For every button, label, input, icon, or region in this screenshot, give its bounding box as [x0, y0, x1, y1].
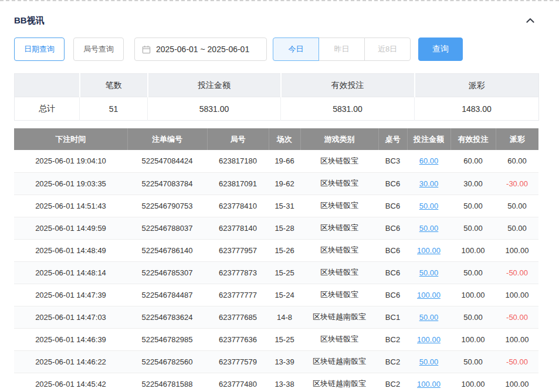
bet-amount-link[interactable]: 50.00	[419, 357, 439, 366]
cell-game-type: 区块链越南骰宝	[300, 306, 378, 328]
cell-payout: 100.00	[496, 284, 538, 306]
cell-table-no: BC6	[378, 284, 407, 306]
cell-round-no: 623777957	[207, 239, 269, 261]
cell-round-no: 623778140	[207, 217, 269, 239]
cell-bet-time: 2025-06-01 14:48:14	[14, 261, 127, 284]
bet-amount-link[interactable]: 100.00	[417, 380, 441, 388]
cell-valid-bet: 50.00	[450, 350, 496, 373]
cell-session: 19-66	[269, 150, 300, 172]
cell-bet-time: 2025-06-01 14:49:59	[14, 217, 127, 239]
bet-amount-link[interactable]: 30.00	[419, 179, 439, 188]
cell-game-type: 区块链骰宝	[300, 239, 378, 261]
cell-bet-time: 2025-06-01 14:48:49	[14, 239, 127, 261]
cell-valid-bet: 50.00	[450, 306, 496, 328]
cell-round-no: 623777685	[207, 306, 269, 328]
cell-table-no: BC6	[378, 261, 407, 284]
cell-payout: 100.00	[496, 239, 538, 261]
bet-amount-link[interactable]: 60.00	[419, 156, 439, 165]
date-query-button[interactable]: 日期查询	[14, 38, 65, 61]
quick-filter-group: 今日昨日近8日	[273, 38, 411, 61]
cell-valid-bet: 100.00	[450, 373, 496, 392]
cell-round-no: 623777873	[207, 261, 269, 284]
cell-bet-time: 2025-06-01 14:47:39	[14, 284, 127, 306]
cell-bet-time: 2025-06-01 14:51:43	[14, 195, 127, 217]
cell-round-no: 623817180	[207, 150, 269, 172]
cell-bet-time: 2025-06-01 14:45:42	[14, 373, 127, 392]
cell-session: 13-38	[269, 373, 300, 392]
cell-bet-time: 2025-06-01 19:04:10	[14, 150, 127, 172]
cell-valid-bet: 100.00	[450, 328, 496, 350]
cell-table-no: BC6	[378, 195, 407, 217]
cell-game-type: 区块链越南骰宝	[300, 350, 378, 373]
filter-bar: 日期查询 局号查询 2025-06-01 ~ 2025-06-01 今日昨日近8…	[14, 38, 559, 61]
cell-valid-bet: 50.00	[450, 217, 496, 239]
cell-session: 13-39	[269, 350, 300, 373]
cell-session: 15-31	[269, 195, 300, 217]
cell-table-no: BC2	[378, 328, 407, 350]
summary-table: 笔数投注金额有效投注派彩 总计515831.005831.001483.00	[14, 73, 539, 121]
summary-header-cell: 笔数	[80, 74, 148, 97]
cell-bet-id: 522546790753	[127, 195, 207, 217]
cell-round-no: 623777777	[207, 284, 269, 306]
cell-table-no: BC3	[378, 150, 407, 172]
cell-bet-amount: 30.00	[407, 172, 450, 195]
cell-bet-time: 2025-06-01 14:46:39	[14, 328, 127, 350]
cell-bet-id: 522547084424	[127, 150, 207, 172]
cell-payout: -30.00	[496, 172, 538, 195]
quick-filter-option-2[interactable]: 近8日	[364, 38, 411, 61]
summary-total-cell: 51	[80, 97, 148, 121]
bet-amount-link[interactable]: 50.00	[419, 268, 439, 277]
search-button[interactable]: 查询	[418, 38, 463, 61]
bet-amount-link[interactable]: 100.00	[417, 246, 441, 255]
cell-bet-id: 522546783624	[127, 306, 207, 328]
records-header-cell: 场次	[269, 128, 300, 150]
bet-amount-link[interactable]: 50.00	[419, 313, 439, 322]
cell-bet-amount: 60.00	[407, 150, 450, 172]
summary-header-cell	[15, 74, 80, 97]
records-header-cell: 派彩	[496, 128, 538, 150]
cell-bet-time: 2025-06-01 19:03:35	[14, 172, 127, 195]
record-row: 2025-06-01 19:04:10522547084424623817180…	[14, 150, 538, 172]
cell-game-type: 区块链骰宝	[300, 172, 378, 195]
bet-amount-link[interactable]: 100.00	[417, 291, 441, 299]
round-query-button[interactable]: 局号查询	[73, 38, 124, 61]
panel-header: BB视讯	[0, 1, 559, 27]
cell-game-type: 区块链骰宝	[300, 261, 378, 284]
collapse-button[interactable]	[524, 14, 537, 27]
records-table: 下注时间注单编号局号场次游戏类别桌号投注金额有效投注派彩 2025-06-01 …	[14, 128, 538, 392]
record-row: 2025-06-01 14:51:43522546790753623778410…	[14, 195, 538, 217]
records-body: 2025-06-01 19:04:10522547084424623817180…	[14, 150, 538, 392]
cell-payout: -50.00	[496, 306, 538, 328]
cell-payout: 100.00	[496, 373, 538, 392]
date-range-input[interactable]: 2025-06-01 ~ 2025-06-01	[134, 38, 267, 61]
bet-amount-link[interactable]: 50.00	[419, 202, 439, 210]
summary-total-cell: 总计	[15, 97, 80, 121]
quick-filter-option-0[interactable]: 今日	[273, 38, 319, 61]
records-header-cell: 桌号	[378, 128, 407, 150]
cell-valid-bet: 100.00	[450, 284, 496, 306]
cell-table-no: BC6	[378, 217, 407, 239]
record-row: 2025-06-01 14:48:14522546785307623777873…	[14, 261, 538, 284]
cell-valid-bet: 60.00	[450, 150, 496, 172]
summary-total-cell: 5831.00	[148, 97, 281, 121]
records-header-cell: 下注时间	[14, 128, 127, 150]
page-title: BB视讯	[14, 15, 45, 26]
cell-bet-id: 522546781588	[127, 373, 207, 392]
cell-session: 15-25	[269, 261, 300, 284]
cell-session: 15-26	[269, 239, 300, 261]
summary-total-row: 总计515831.005831.001483.00	[15, 97, 539, 121]
cell-round-no: 623778410	[207, 195, 269, 217]
cell-payout: 50.00	[496, 217, 538, 239]
record-row: 2025-06-01 14:46:22522546782560623777579…	[14, 350, 538, 373]
date-range-value: 2025-06-01 ~ 2025-06-01	[156, 45, 249, 54]
cell-table-no: BC2	[378, 350, 407, 373]
record-row: 2025-06-01 14:48:49522546786140623777957…	[14, 239, 538, 261]
bet-amount-link[interactable]: 50.00	[419, 224, 439, 233]
cell-table-no: BC6	[378, 239, 407, 261]
cell-game-type: 区块链骰宝	[300, 328, 378, 350]
cell-game-type: 区块链骰宝	[300, 195, 378, 217]
record-row: 2025-06-01 14:46:39522546782985623777636…	[14, 328, 538, 350]
bet-amount-link[interactable]: 100.00	[417, 335, 441, 344]
quick-filter-option-1[interactable]: 昨日	[319, 38, 365, 61]
cell-bet-id: 522546788037	[127, 217, 207, 239]
